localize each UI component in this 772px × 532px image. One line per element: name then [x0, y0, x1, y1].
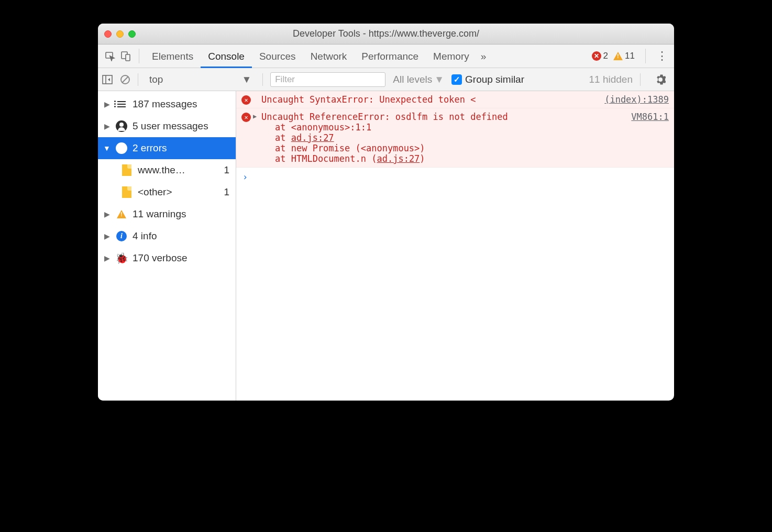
error-icon: ✕: [241, 113, 251, 122]
sidebar-item-user-messages[interactable]: ▶ 5 user messages: [98, 115, 236, 137]
tab-console[interactable]: Console: [201, 45, 252, 68]
sidebar-item-label: 4 info: [133, 230, 233, 242]
svg-line-6: [122, 76, 128, 83]
info-icon: i: [116, 231, 127, 241]
console-sidebar: ▶ 187 messages ▶ 5 user messages ▼ ✕ 2 e…: [98, 91, 236, 401]
error-text: Uncaught SyntaxError: Unexpected token <: [261, 94, 600, 105]
devtools-tabs: Elements Console Sources Network Perform…: [98, 45, 674, 68]
sidebar-item-error-source[interactable]: www.the… 1: [98, 159, 236, 181]
sidebar-item-label: <other>: [138, 186, 218, 198]
divider: [139, 49, 139, 63]
expand-arrow-icon: ▶: [103, 100, 111, 108]
divider: [640, 73, 641, 86]
warning-icon: [116, 210, 127, 218]
warning-count: 11: [625, 51, 635, 61]
tab-performance[interactable]: Performance: [354, 45, 426, 68]
context-value: top: [149, 74, 163, 85]
sidebar-item-error-source[interactable]: <other> 1: [98, 181, 236, 203]
sidebar-item-verbose[interactable]: ▶ 🐞 170 verbose: [98, 247, 236, 269]
devtools-window: Developer Tools - https://www.theverge.c…: [98, 24, 674, 401]
group-similar-toggle[interactable]: ✓ Group similar: [451, 74, 524, 85]
stack-frame: at HTMLDocument.n (ad.js:27): [275, 153, 627, 164]
stack-frame: at ad.js:27: [275, 132, 627, 143]
source-link[interactable]: ad.js:27: [377, 153, 420, 164]
more-menu-button[interactable]: ⋮: [656, 49, 667, 63]
sidebar-item-label: 2 errors: [133, 142, 233, 154]
tab-elements[interactable]: Elements: [145, 45, 201, 68]
warning-count-badge[interactable]: 11: [613, 51, 635, 61]
divider: [138, 73, 138, 86]
sidebar-item-label: www.the…: [138, 164, 218, 176]
console-main: ▶ 187 messages ▶ 5 user messages ▼ ✕ 2 e…: [98, 91, 674, 401]
sidebar-item-count: 1: [224, 164, 233, 176]
stack-frame: at new Promise (<anonymous>): [275, 143, 627, 153]
inspect-element-icon[interactable]: [102, 51, 118, 61]
device-toggle-icon[interactable]: [118, 51, 134, 61]
user-icon: [116, 120, 127, 132]
error-source-link[interactable]: VM861:1: [627, 112, 669, 164]
console-settings-icon[interactable]: [655, 74, 666, 85]
error-count: 2: [603, 51, 608, 61]
file-icon: [121, 186, 133, 198]
console-prompt[interactable]: ›: [236, 168, 674, 186]
clear-console-icon[interactable]: [120, 74, 130, 85]
sidebar-item-warnings[interactable]: ▶ 11 warnings: [98, 203, 236, 225]
console-toolbar: top ▼ All levels ▼ ✓ Group similar 11 hi…: [98, 68, 674, 91]
filter-input[interactable]: [270, 72, 385, 87]
sidebar-item-label: 187 messages: [133, 98, 233, 110]
levels-label: All levels: [393, 74, 432, 85]
sidebar-item-errors[interactable]: ▼ ✕ 2 errors: [98, 137, 236, 159]
sidebar-item-messages[interactable]: ▶ 187 messages: [98, 93, 236, 115]
sidebar-item-label: 11 warnings: [133, 208, 233, 220]
tab-network[interactable]: Network: [303, 45, 355, 68]
sidebar-item-label: 170 verbose: [133, 252, 233, 264]
tab-memory[interactable]: Memory: [426, 45, 477, 68]
file-icon: [121, 164, 133, 176]
error-source-link[interactable]: (index):1389: [600, 94, 669, 105]
stack-frame: at <anonymous>:1:1: [275, 122, 627, 132]
console-error-row[interactable]: ✕ ▶ Uncaught ReferenceError: osdlfm is n…: [236, 108, 674, 168]
divider: [262, 73, 263, 86]
list-icon: [116, 101, 127, 107]
bug-icon: 🐞: [116, 252, 127, 264]
svg-rect-2: [126, 54, 130, 61]
expand-arrow-icon: ▶: [103, 122, 111, 130]
expand-arrow-icon: ▼: [103, 144, 111, 152]
expand-arrow-icon: ▶: [103, 232, 111, 240]
expand-arrow-icon[interactable]: ▶: [253, 113, 257, 164]
warning-icon: [613, 52, 623, 60]
console-output: ✕ Uncaught SyntaxError: Unexpected token…: [236, 91, 674, 401]
chevron-down-icon: ▼: [241, 74, 251, 85]
title-bar: Developer Tools - https://www.theverge.c…: [98, 24, 674, 45]
error-text: Uncaught ReferenceError: osdlfm is not d…: [261, 112, 627, 122]
expand-arrow-icon: ▶: [103, 210, 111, 218]
error-icon: ✕: [592, 51, 601, 61]
stack-trace: at <anonymous>:1:1 at ad.js:27 at new Pr…: [261, 122, 627, 164]
error-count-badge[interactable]: ✕ 2: [592, 51, 608, 61]
sidebar-item-count: 1: [224, 186, 233, 198]
toggle-sidebar-icon[interactable]: [102, 75, 113, 84]
sidebar-item-label: 5 user messages: [133, 120, 233, 132]
tabs-overflow-button[interactable]: »: [477, 45, 491, 68]
context-selector[interactable]: top ▼: [146, 73, 255, 86]
chevron-down-icon: ▼: [434, 74, 444, 85]
group-label: Group similar: [465, 74, 524, 85]
expand-arrow-icon: ▶: [103, 254, 111, 262]
log-levels-dropdown[interactable]: All levels ▼: [393, 74, 444, 85]
error-icon: ✕: [116, 142, 127, 154]
divider: [645, 49, 646, 63]
tab-sources[interactable]: Sources: [252, 45, 303, 68]
hidden-count[interactable]: 11 hidden: [589, 74, 633, 85]
console-error-row[interactable]: ✕ Uncaught SyntaxError: Unexpected token…: [236, 91, 674, 108]
checkbox-checked-icon: ✓: [451, 74, 462, 85]
svg-rect-3: [103, 75, 112, 84]
error-icon: ✕: [241, 95, 251, 105]
sidebar-item-info[interactable]: ▶ i 4 info: [98, 225, 236, 247]
source-link[interactable]: ad.js:27: [291, 132, 334, 143]
window-title: Developer Tools - https://www.theverge.c…: [98, 28, 674, 39]
